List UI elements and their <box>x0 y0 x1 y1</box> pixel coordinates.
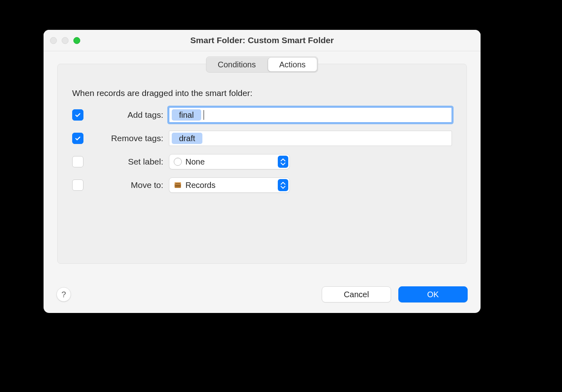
move-to-checkbox[interactable] <box>72 179 83 191</box>
tag-token[interactable]: draft <box>172 133 202 144</box>
help-button[interactable]: ? <box>56 287 71 302</box>
window-title: Smart Folder: Custom Smart Folder <box>190 35 334 45</box>
row-set-label: Set label: None <box>72 154 452 170</box>
remove-tags-input[interactable]: draft <box>169 131 452 146</box>
row-add-tags: Add tags: final <box>72 107 452 123</box>
records-icon <box>173 181 182 189</box>
set-label-popup[interactable]: None <box>169 154 290 169</box>
svg-rect-3 <box>175 185 181 185</box>
tab-label: Actions <box>279 60 306 69</box>
add-tags-input[interactable]: final <box>169 107 452 123</box>
set-label-label: Set label: <box>91 157 163 167</box>
form-area: When records are dragged into the smart … <box>72 88 452 255</box>
titlebar: Smart Folder: Custom Smart Folder <box>44 30 481 51</box>
popup-arrows-icon <box>278 179 288 191</box>
move-to-value: Records <box>185 181 215 190</box>
set-label-checkbox[interactable] <box>72 156 83 167</box>
text-caret <box>204 110 204 120</box>
tab-conditions[interactable]: Conditions <box>206 57 267 72</box>
none-label-icon <box>173 158 182 166</box>
tag-token[interactable]: final <box>172 109 201 121</box>
move-to-label: Move to: <box>91 180 163 190</box>
content-panel: Conditions Actions When records are drag… <box>57 64 467 264</box>
dialog-window: Smart Folder: Custom Smart Folder Condit… <box>44 30 481 313</box>
zoom-window-button[interactable] <box>73 37 80 44</box>
svg-rect-2 <box>175 183 180 184</box>
popup-arrows-icon <box>278 156 288 168</box>
ok-button[interactable]: OK <box>398 286 468 302</box>
help-icon: ? <box>61 290 66 299</box>
remove-tags-label: Remove tags: <box>91 133 163 143</box>
row-remove-tags: Remove tags: draft <box>72 130 452 146</box>
window-controls <box>50 30 80 51</box>
tab-actions[interactable]: Actions <box>268 58 317 71</box>
set-label-value: None <box>185 157 205 167</box>
svg-rect-4 <box>175 186 180 187</box>
tab-bar: Conditions Actions <box>206 56 318 73</box>
checkmark-icon <box>75 135 81 142</box>
close-window-button[interactable] <box>50 37 57 44</box>
minimize-window-button[interactable] <box>62 37 69 44</box>
add-tags-label: Add tags: <box>91 110 163 120</box>
checkmark-icon <box>75 112 81 118</box>
cancel-button[interactable]: Cancel <box>322 286 391 302</box>
intro-text: When records are dragged into the smart … <box>72 88 452 98</box>
button-label: Cancel <box>344 290 369 299</box>
tab-label: Conditions <box>218 60 256 69</box>
row-move-to: Move to: Records <box>72 177 452 193</box>
footer: ? Cancel OK <box>44 276 481 313</box>
add-tags-checkbox[interactable] <box>72 109 83 121</box>
button-label: OK <box>427 290 439 299</box>
move-to-popup[interactable]: Records <box>169 177 290 193</box>
remove-tags-checkbox[interactable] <box>72 133 83 144</box>
